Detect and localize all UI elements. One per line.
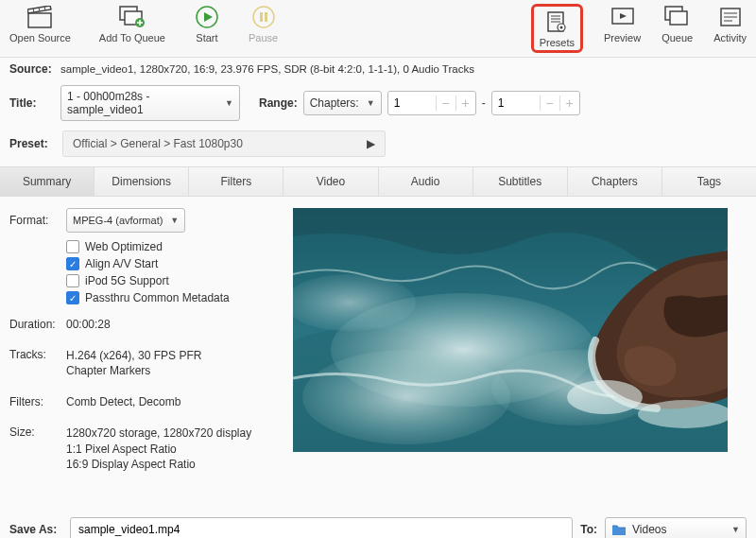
pause-label: Pause — [249, 32, 278, 43]
to-label: To: — [580, 523, 597, 536]
duration-row: Duration: 00:00:28 — [9, 318, 274, 331]
preview-label: Preview — [604, 32, 641, 43]
start-button[interactable]: Start — [194, 4, 220, 53]
add-to-queue-button[interactable]: Add To Queue — [99, 4, 165, 53]
title-range-row: Title: 1 - 00h00m28s - sample_video1 ▼ R… — [0, 80, 756, 126]
tab-audio[interactable]: Audio — [379, 167, 473, 196]
tab-tags[interactable]: Tags — [662, 167, 756, 196]
save-as-input[interactable] — [70, 517, 573, 538]
size-label: Size: — [9, 425, 66, 472]
chevron-down-icon: ▼ — [367, 98, 375, 108]
chevron-down-icon: ▼ — [170, 216, 179, 225]
presets-icon — [543, 9, 570, 35]
plus-icon[interactable]: + — [560, 95, 579, 111]
main-toolbar: Open Source Add To Queue Start Pause Pre… — [0, 0, 756, 58]
plus-icon[interactable]: + — [456, 95, 475, 111]
range-to-input[interactable]: − + — [491, 91, 580, 115]
queue-icon — [664, 4, 691, 30]
svg-marker-11 — [204, 12, 213, 22]
source-value: sample_video1, 1280x720, 16:9, 23.976 FP… — [60, 63, 474, 75]
tab-filters[interactable]: Filters — [189, 167, 284, 196]
align-av-start-checkbox[interactable]: ✓Align A/V Start — [66, 257, 274, 270]
svg-rect-13 — [260, 12, 263, 22]
tracks-row: Tracks: H.264 (x264), 30 FPS PFR Chapter… — [9, 348, 274, 378]
add-queue-icon — [119, 4, 146, 30]
title-value: 1 - 00h00m28s - sample_video1 — [67, 90, 217, 116]
preset-value: Official > General > Fast 1080p30 — [73, 137, 243, 150]
minus-icon[interactable]: − — [437, 95, 455, 111]
destination-dropdown[interactable]: Videos ▼ — [605, 517, 747, 538]
range-mode-value: Chapters: — [310, 96, 359, 110]
svg-point-12 — [253, 7, 274, 27]
summary-left-column: Format: MPEG-4 (avformat) ▼ Web Optimize… — [9, 208, 274, 489]
activity-label: Activity — [713, 32, 747, 43]
pause-icon — [250, 4, 277, 30]
size-value: 1280x720 storage, 1280x720 display 1:1 P… — [66, 425, 251, 472]
duration-label: Duration: — [9, 318, 66, 331]
save-as-label: Save As: — [9, 523, 62, 536]
range-to-field[interactable] — [492, 96, 540, 110]
preview-image — [293, 208, 728, 452]
tracks-value: H.264 (x264), 30 FPS PFR Chapter Markers — [66, 348, 201, 378]
chevron-right-icon: ▶ — [367, 137, 375, 150]
filters-label: Filters: — [9, 395, 66, 408]
passthru-metadata-checkbox[interactable]: ✓Passthru Common Metadata — [66, 291, 274, 304]
presets-button[interactable]: Presets — [531, 4, 583, 53]
svg-rect-24 — [670, 11, 687, 25]
range-mode-dropdown[interactable]: Chapters: ▼ — [303, 91, 382, 115]
filters-value: Comb Detect, Decomb — [66, 395, 180, 408]
open-source-label: Open Source — [9, 32, 71, 43]
pause-button[interactable]: Pause — [249, 4, 278, 53]
tab-dimensions[interactable]: Dimensions — [94, 167, 189, 196]
open-source-button[interactable]: Open Source — [9, 4, 71, 53]
ipod-5g-checkbox[interactable]: iPod 5G Support — [66, 274, 274, 287]
svg-point-34 — [567, 380, 643, 414]
clapperboard-icon — [26, 4, 53, 30]
duration-value: 00:00:28 — [66, 318, 111, 331]
presets-label: Presets — [540, 37, 575, 48]
preset-selector[interactable]: Official > General > Fast 1080p30 ▶ — [62, 130, 386, 157]
save-row: Save As: To: Videos ▼ — [0, 489, 756, 538]
preview-icon — [610, 4, 636, 30]
title-dropdown[interactable]: 1 - 00h00m28s - sample_video1 ▼ — [60, 85, 240, 121]
video-preview — [293, 208, 747, 489]
start-label: Start — [196, 32, 217, 43]
format-label: Format: — [9, 214, 59, 227]
range-from-input[interactable]: − + — [387, 91, 476, 115]
tab-summary[interactable]: Summary — [0, 167, 94, 196]
format-dropdown[interactable]: MPEG-4 (avformat) ▼ — [66, 208, 185, 233]
minus-icon[interactable]: − — [541, 95, 559, 111]
range-from-field[interactable] — [388, 96, 436, 110]
svg-marker-22 — [620, 13, 627, 19]
svg-rect-14 — [265, 12, 267, 22]
svg-rect-0 — [28, 13, 51, 27]
tab-subtitles[interactable]: Subtitles — [473, 167, 568, 196]
play-icon — [194, 4, 220, 30]
tracks-label: Tracks: — [9, 348, 66, 378]
chevron-down-icon: ▼ — [731, 525, 740, 534]
summary-content: Format: MPEG-4 (avformat) ▼ Web Optimize… — [0, 197, 756, 489]
size-row: Size: 1280x720 storage, 1280x720 display… — [9, 425, 274, 472]
activity-button[interactable]: Activity — [713, 4, 747, 53]
title-label: Title: — [9, 96, 55, 110]
folder-icon — [611, 523, 627, 536]
tab-chapters[interactable]: Chapters — [568, 167, 662, 196]
format-value: MPEG-4 (avformat) — [73, 215, 163, 226]
source-label: Source: — [9, 62, 55, 76]
source-row: Source: sample_video1, 1280x720, 16:9, 2… — [0, 58, 756, 80]
filters-row: Filters: Comb Detect, Decomb — [9, 395, 274, 408]
chevron-down-icon: ▼ — [225, 98, 233, 108]
preview-button[interactable]: Preview — [604, 4, 641, 53]
preset-row: Preset: Official > General > Fast 1080p3… — [0, 126, 756, 166]
destination-value: Videos — [632, 523, 666, 536]
add-to-queue-label: Add To Queue — [99, 32, 165, 43]
range-dash: - — [482, 96, 486, 110]
tab-video[interactable]: Video — [284, 167, 378, 196]
web-optimized-checkbox[interactable]: Web Optimized — [66, 240, 274, 253]
format-options: Web Optimized ✓Align A/V Start iPod 5G S… — [66, 240, 274, 304]
queue-button[interactable]: Queue — [662, 4, 693, 53]
preset-label: Preset: — [9, 137, 55, 150]
svg-point-31 — [302, 350, 510, 444]
range-label: Range: — [259, 96, 298, 110]
svg-point-20 — [560, 26, 563, 29]
